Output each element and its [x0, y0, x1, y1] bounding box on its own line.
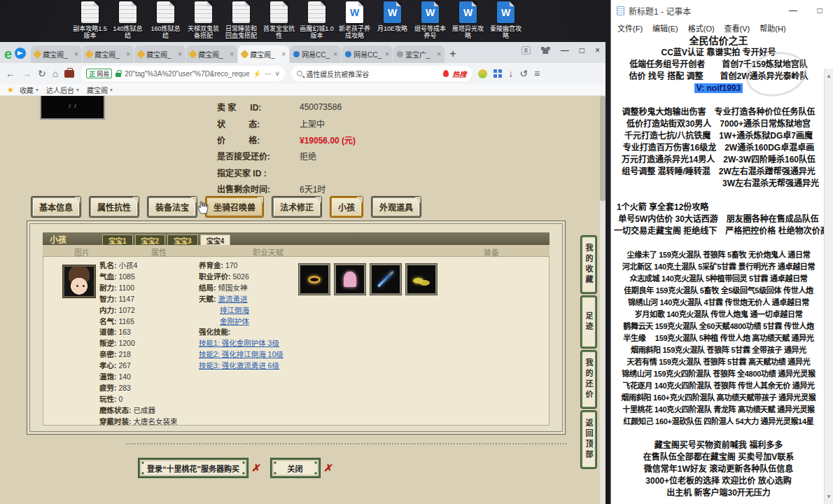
- browser-maximize-button[interactable]: □: [580, 46, 584, 55]
- baby-tab[interactable]: 宝宝2: [135, 234, 166, 245]
- site-cert-badge[interactable]: 正 网易: [86, 69, 112, 78]
- attr-value[interactable]: 排江倒海: [220, 306, 249, 314]
- notepad-text-area[interactable]: 全民估价之王 CC蓝V认证 靠谱实拍 专开好号 低端任务组号开创者 首创7千15…: [611, 34, 833, 504]
- browser-tab[interactable]: 藏宝阁_ ×: [134, 46, 186, 63]
- desktop-shortcut[interactable]: 160炼狱总结: [148, 1, 183, 39]
- side-tab[interactable]: 我的收藏: [581, 236, 596, 293]
- desktop-shortcut[interactable]: 画魔幻城1.0版本: [300, 1, 334, 39]
- detail-tab[interactable]: 小孩: [330, 197, 363, 217]
- notepad-menu-item[interactable]: 帮助(H): [755, 22, 790, 34]
- download-icon[interactable]: ↓: [508, 69, 513, 78]
- notepad-maximize-button[interactable]: □: [806, 0, 833, 21]
- detail-tab[interactable]: 坐骑召唤兽: [206, 197, 263, 217]
- detail-tab[interactable]: 外观道具: [372, 197, 421, 217]
- tab-close-icon[interactable]: ×: [230, 50, 234, 58]
- hot-search-label[interactable]: 热搜: [452, 69, 466, 79]
- reload-icon[interactable]: ↻: [38, 69, 46, 78]
- page-scrollbar-thumb[interactable]: [600, 96, 606, 201]
- desktop-shortcut[interactable]: 组号等成本养号: [413, 1, 447, 39]
- notepad-scrollbar[interactable]: ▲ ▼: [824, 69, 833, 504]
- tab-close-icon[interactable]: ×: [178, 50, 182, 58]
- search-box[interactable]: 遇性缓反抗被推深谷 热搜: [291, 66, 472, 81]
- browser-close-button[interactable]: ×: [595, 46, 600, 55]
- desktop-shortcut[interactable]: 新老孩子养成攻略: [337, 1, 372, 39]
- browser-tab[interactable]: 藏宝阁_ ×: [186, 46, 237, 63]
- desktop-shortcut[interactable]: 副本攻略1.5版本: [73, 1, 107, 39]
- attr-value[interactable]: 170: [225, 261, 238, 270]
- notepad-menu-item[interactable]: 编辑(E): [648, 22, 683, 34]
- tab-close-icon[interactable]: ×: [126, 50, 130, 58]
- attr-value[interactable]: 5026: [232, 272, 248, 281]
- desktop-shortcut[interactable]: 日常睡装和回血鬼搭配: [224, 1, 258, 39]
- attr-value[interactable]: 技能2: 强化排江倒海 10级: [199, 350, 284, 358]
- attr-value[interactable]: 激流勇进: [218, 295, 247, 303]
- desktop-shortcut[interactable]: 秦陵幽宫攻略: [489, 1, 523, 39]
- notepad-menu-item[interactable]: 格式(O): [683, 22, 720, 34]
- side-tab[interactable]: 我的还价: [581, 351, 596, 408]
- sync-account-icon[interactable]: [15, 48, 26, 59]
- baby-tab[interactable]: 宝宝1: [102, 234, 133, 245]
- browser-logo-icon[interactable]: e: [4, 47, 12, 61]
- star-icon[interactable]: ★: [7, 85, 14, 94]
- desktop-shortcut[interactable]: 雁塔异光攻略: [451, 1, 485, 39]
- home-icon[interactable]: ⌂: [52, 69, 58, 78]
- attr-value[interactable]: 倾国女神: [218, 284, 247, 292]
- equip-sword-icon[interactable]: [370, 264, 401, 295]
- desktop-shortcut[interactable]: 天梯双鬼装备搭配: [186, 1, 220, 39]
- browser-tab[interactable]: 藏宝阁_ ×: [238, 46, 289, 63]
- bookmark-item[interactable]: 达人后台 ▾: [44, 85, 79, 95]
- browser-tab[interactable]: 藏宝阁_ ×: [31, 46, 82, 63]
- attr-value[interactable]: 技能1: 强化金刚护体 3级: [199, 339, 279, 347]
- notepad-minimize-button[interactable]: —: [780, 0, 806, 21]
- equip-necklace-icon[interactable]: [299, 264, 330, 295]
- tab-count-badge[interactable]: 8: [522, 46, 531, 55]
- notepad-menu-item[interactable]: 文件(F): [612, 22, 648, 34]
- tab-close-icon[interactable]: ×: [385, 50, 389, 58]
- skin-icon[interactable]: [541, 47, 550, 54]
- detail-tab[interactable]: 法术修正: [272, 197, 321, 217]
- https-lock-icon[interactable]: [115, 73, 121, 77]
- tab-close-icon[interactable]: ×: [437, 50, 441, 58]
- apps-grid-icon[interactable]: [493, 69, 502, 78]
- attr-value[interactable]: 技能3: 强化激流勇进 6级: [199, 361, 279, 370]
- browser-tab[interactable]: 藏宝阁_ ×: [83, 46, 134, 63]
- tab-close-icon[interactable]: ×: [333, 50, 337, 58]
- notepad-menu-item[interactable]: 查看(V): [720, 22, 755, 34]
- desktop-shortcut[interactable]: 月10E攻略: [375, 1, 410, 39]
- notepad-titlebar[interactable]: 新标题1 - 记事本 — □: [611, 0, 833, 21]
- login-server-buy-button[interactable]: 登录“十里桃花”服务器购买: [139, 458, 248, 477]
- equip-robe-icon[interactable]: [335, 264, 365, 295]
- restore-tab-icon[interactable]: ↺: [519, 69, 528, 78]
- flash-icon[interactable]: ⚡: [253, 70, 261, 78]
- back-icon[interactable]: ←: [6, 69, 15, 78]
- search-hotword[interactable]: 遇性缓反抗被推深谷: [306, 69, 440, 79]
- browser-tab[interactable]: 网易CC_ ×: [342, 46, 393, 63]
- detail-tab[interactable]: 装备法宝: [148, 197, 197, 217]
- browser-minimize-button[interactable]: —: [561, 46, 569, 55]
- browser-tab[interactable]: 网易CC_ ×: [290, 46, 341, 63]
- more-icon[interactable]: ⋯: [265, 70, 272, 78]
- url-dropdown-icon[interactable]: ˅: [275, 70, 279, 78]
- side-tab[interactable]: 返回顶部: [581, 411, 596, 468]
- scroll-up-icon[interactable]: ▲: [826, 70, 832, 82]
- detail-tab[interactable]: 基本信息: [31, 197, 80, 217]
- bookmark-item[interactable]: 收藏 ▾: [18, 85, 38, 95]
- tab-close-icon[interactable]: ×: [281, 50, 286, 58]
- coin-icon[interactable]: [478, 69, 487, 78]
- url-text[interactable]: 20"tag"%3A%20"user"%7D&reco_request_id=1…: [125, 70, 249, 78]
- browser-tab[interactable]: 鉴宝广_ ×: [393, 46, 444, 63]
- close-button[interactable]: 关闭: [271, 458, 320, 477]
- desktop-shortcut[interactable]: 140炼狱总结: [111, 1, 145, 39]
- url-box[interactable]: 正 网易 20"tag"%3A%20"user"%7D&reco_request…: [80, 66, 285, 81]
- menu-icon[interactable]: ≡: [534, 69, 540, 78]
- side-tab[interactable]: 足迹: [581, 296, 596, 348]
- briefcase-icon[interactable]: [64, 70, 74, 78]
- baby-tab[interactable]: 宝宝3: [167, 234, 198, 245]
- attr-value[interactable]: 金刚护体: [220, 317, 249, 326]
- baby-tab[interactable]: 宝宝4: [200, 234, 231, 245]
- desktop-shortcut[interactable]: 首发宝宝抗性: [262, 1, 296, 39]
- forward-icon[interactable]: →: [22, 69, 31, 78]
- detail-tab[interactable]: 属性抗性: [90, 197, 139, 217]
- bookmark-item[interactable]: 藏宝阁 ▾: [85, 85, 113, 95]
- tab-close-icon[interactable]: ×: [74, 50, 78, 58]
